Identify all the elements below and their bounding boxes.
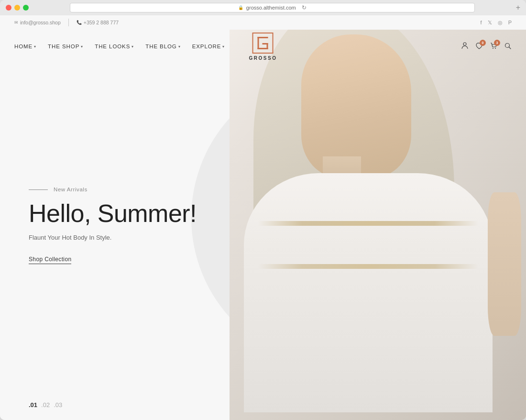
shop-collection-button[interactable]: Shop Collection	[29, 256, 71, 264]
nav-home[interactable]: HOME ▾	[14, 44, 36, 49]
svg-point-6	[493, 48, 493, 49]
svg-rect-4	[263, 43, 268, 44]
url-text: grosso.althemist.com	[246, 5, 296, 11]
nav-icons: 0 3	[461, 42, 512, 51]
twitter-icon[interactable]: 𝕏	[488, 20, 492, 26]
refresh-icon[interactable]: ↻	[302, 4, 307, 11]
address-bar[interactable]: 🔒 grosso.althemist.com ↻	[70, 3, 475, 12]
svg-rect-0	[258, 37, 268, 38]
nav-links: HOME ▾ THE SHOP ▾ THE LOOKS ▾ THE BLOG ▾…	[14, 44, 225, 49]
hero-eyebrow: New Arrivals	[29, 187, 197, 192]
grosso-logo-svg	[255, 35, 271, 51]
main-navigation: HOME ▾ THE SHOP ▾ THE LOOKS ▾ THE BLOG ▾…	[0, 30, 526, 63]
lock-icon: 🔒	[238, 5, 243, 10]
eyebrow-line	[29, 189, 48, 190]
phone-info: 📞 +359 2 888 777	[77, 20, 119, 25]
nav-explore[interactable]: EXPLORE ▾	[192, 44, 225, 49]
contact-info: ✉ info@grosso.shop 📞 +359 2 888 777	[14, 19, 119, 26]
search-icon[interactable]	[504, 42, 512, 51]
slide-indicator-2[interactable]: .02	[41, 401, 50, 409]
browser-window: 🔒 grosso.althemist.com ↻ + ✉ info@grosso…	[0, 0, 526, 420]
email-text: info@grosso.shop	[20, 20, 61, 25]
chevron-down-icon: ▾	[34, 44, 36, 49]
cart-icon[interactable]: 3	[490, 42, 497, 51]
new-tab-button[interactable]: +	[516, 4, 520, 11]
hero-subtitle: Flaunt Your Hot Body In Style.	[29, 234, 197, 241]
browser-titlebar: 🔒 grosso.althemist.com ↻ +	[0, 0, 526, 15]
chevron-down-icon: ▾	[81, 44, 83, 49]
hero-model-image	[230, 15, 526, 420]
phone-text: +359 2 888 777	[84, 20, 119, 25]
svg-rect-2	[258, 48, 268, 49]
slide-indicator-1[interactable]: .01	[29, 401, 37, 409]
nav-looks[interactable]: THE LOOKS ▾	[95, 44, 134, 49]
website-content: ✉ info@grosso.shop 📞 +359 2 888 777 f 𝕏 …	[0, 15, 526, 420]
user-icon[interactable]	[461, 42, 469, 51]
site-logo[interactable]: GROSSO	[249, 33, 277, 61]
slide-indicator-3[interactable]: .03	[54, 401, 62, 409]
logo-icon-box	[252, 33, 274, 54]
instagram-icon[interactable]: ◎	[498, 20, 503, 26]
facebook-icon[interactable]: f	[481, 20, 482, 25]
hero-title: Hello, Summer!	[29, 200, 197, 227]
email-icon: ✉	[14, 20, 18, 25]
svg-rect-1	[258, 37, 259, 49]
wishlist-badge: 0	[480, 40, 486, 46]
email-info: ✉ info@grosso.shop	[14, 20, 61, 25]
hero-section: New Arrivals Hello, Summer! Flaunt Your …	[0, 15, 526, 420]
cart-badge: 3	[494, 40, 500, 46]
svg-point-7	[495, 48, 496, 49]
logo-text: GROSSO	[249, 55, 277, 61]
svg-point-5	[463, 43, 466, 45]
chevron-down-icon: ▾	[178, 44, 181, 49]
chevron-down-icon: ▾	[222, 44, 225, 49]
wishlist-icon[interactable]: 0	[475, 42, 483, 51]
phone-icon: 📞	[77, 20, 82, 25]
top-info-bar: ✉ info@grosso.shop 📞 +359 2 888 777 f 𝕏 …	[0, 15, 526, 30]
maximize-button[interactable]	[23, 5, 29, 11]
close-button[interactable]	[6, 5, 11, 11]
eyebrow-text: New Arrivals	[54, 187, 88, 192]
minimize-button[interactable]	[14, 5, 20, 11]
social-links: f 𝕏 ◎ P	[481, 20, 512, 26]
hero-text-content: New Arrivals Hello, Summer! Flaunt Your …	[29, 187, 197, 264]
chevron-down-icon: ▾	[132, 44, 134, 49]
nav-blog[interactable]: THE BLOG ▾	[145, 44, 180, 49]
divider	[68, 19, 69, 26]
slide-indicators: .01 .02 .03	[29, 401, 62, 409]
nav-shop[interactable]: THE SHOP ▾	[48, 44, 83, 49]
pinterest-icon[interactable]: P	[508, 20, 512, 25]
